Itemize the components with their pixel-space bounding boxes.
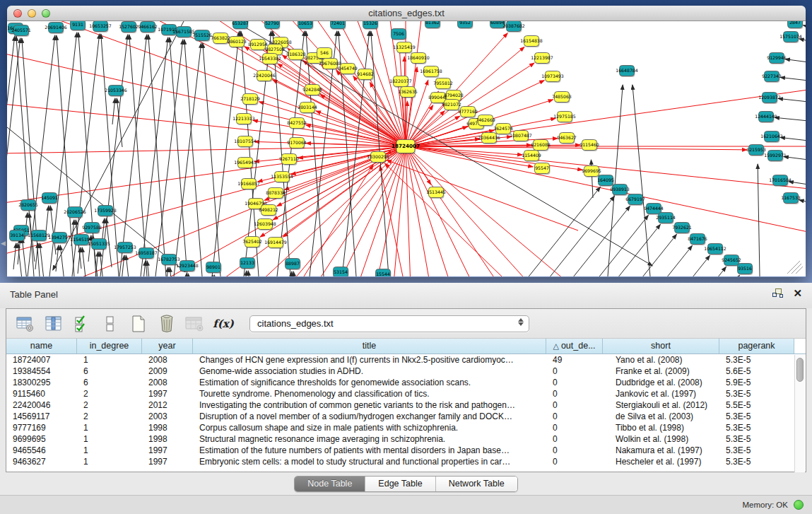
scrollbar-thumb[interactable] (796, 358, 804, 382)
graph-node[interactable]: 18220377 (389, 76, 412, 88)
graph-node[interactable]: 9699695 (582, 166, 601, 178)
graph-node[interactable]: 22420046 (253, 71, 276, 83)
graph-node[interactable]: 145091 (41, 193, 58, 205)
graph-node[interactable]: 6216088 (531, 140, 551, 152)
graph-node[interactable]: 9777169 (458, 107, 478, 119)
graph-node[interactable]: 9170064 (287, 138, 307, 150)
graph-node[interactable]: 19166857 (237, 179, 260, 191)
table-select-dropdown[interactable]: citations_edges.txt (249, 315, 529, 332)
graph-node[interactable]: 16958187 (135, 248, 158, 260)
float-panel-icon[interactable] (772, 288, 783, 298)
graph-node[interactable]: 9297588 (82, 223, 102, 235)
column-header-title[interactable]: title (193, 339, 546, 354)
graph-node[interactable]: 8215953 (746, 145, 766, 157)
table-row[interactable]: 1456911722003Disruption of a novel membe… (6, 411, 806, 422)
graph-node[interactable]: 7462669 (476, 115, 495, 127)
table-row[interactable]: 1830029562008Estimation of significance … (6, 377, 806, 388)
graph-node[interactable]: 9860123 (227, 37, 247, 49)
graph-node[interactable]: 9131 (71, 21, 86, 31)
table-row[interactable]: 1872400712008Changes of HCN gene express… (6, 354, 806, 366)
graph-node[interactable]: 17359928 (94, 206, 117, 218)
graph-node[interactable]: 12213313 (233, 114, 255, 126)
graph-node[interactable]: 95547 (535, 163, 551, 175)
graph-node[interactable]: 9115460 (579, 140, 599, 152)
table-row[interactable]: 969969511998Structural magnetic resonanc… (6, 433, 806, 445)
graph-node[interactable]: 7625402 (242, 237, 262, 249)
graph-node[interactable]: 1527602 (119, 22, 139, 34)
graph-node[interactable]: 12444149 (755, 112, 777, 124)
graph-node[interactable]: 9267110 (279, 154, 299, 166)
graph-node[interactable]: 10973493 (541, 71, 564, 83)
graph-node[interactable]: 164095 (597, 175, 614, 187)
graph-node[interactable]: 20691406 (45, 23, 67, 35)
graph-node[interactable]: 12213987 (531, 53, 553, 65)
collapse-panel-arrow-icon[interactable]: ◀ (1, 240, 6, 247)
graph-node[interactable]: 9352 (458, 21, 473, 29)
graph-node[interactable]: 16914479 (264, 238, 287, 250)
graph-node[interactable]: 6679197 (625, 194, 645, 206)
graph-node[interactable]: 8186328 (286, 49, 306, 62)
column-header-year[interactable]: year (142, 339, 193, 354)
graph-node[interactable]: 2935114 (656, 213, 676, 225)
graph-node[interactable]: 7485063 (552, 92, 572, 104)
graph-node[interactable]: 8454749 (338, 64, 358, 76)
table-row[interactable]: 946554611997Estimation of the future num… (6, 445, 806, 456)
graph-node[interactable]: 17957253 (114, 243, 136, 255)
close-panel-icon[interactable]: ✕ (793, 288, 802, 298)
graph-node[interactable]: 8498212 (259, 205, 278, 217)
graph-node[interactable]: 15326 (363, 21, 379, 30)
graph-node[interactable]: 18640910 (407, 53, 430, 65)
graph-node[interactable]: 1513445 (426, 187, 446, 199)
graph-node[interactable]: 9227343 (762, 71, 782, 83)
graph-node[interactable]: 98901 (206, 262, 222, 274)
network-view-window[interactable]: citations_edges.txt 16653224055712069140… (7, 6, 806, 277)
memory-status-indicator[interactable] (794, 500, 804, 510)
graph-node[interactable]: 1167533 (781, 193, 801, 205)
table-row[interactable]: 911546021997Tourette syndrome. Phenomeno… (6, 388, 806, 399)
graph-node[interactable]: 2847 (788, 21, 804, 29)
graph-node[interactable]: 10653 (298, 21, 314, 30)
graph-node[interactable]: 9463627 (557, 133, 577, 145)
graph-node[interactable]: 2718129 (240, 94, 260, 106)
graph-node[interactable]: 88987 (286, 259, 301, 271)
column-header-out_de[interactable]: △out_de... (546, 339, 603, 354)
unselect-all-button[interactable] (98, 313, 122, 335)
tab-edge-table[interactable]: Edge Table (365, 477, 435, 491)
table-row[interactable]: 1938455462009Genome-wide association stu… (6, 366, 806, 377)
graph-node[interactable]: 21053346 (105, 86, 127, 98)
tab-network-table[interactable]: Network Table (436, 477, 517, 491)
graph-node[interactable]: 20387682 (502, 21, 525, 33)
select-all-button[interactable] (70, 313, 94, 335)
graph-node[interactable]: 7506 (392, 29, 407, 41)
graph-node[interactable]: 11325419 (393, 42, 416, 54)
graph-node[interactable]: 10653257 (89, 21, 112, 33)
function-builder-button[interactable]: f(x) (211, 313, 235, 335)
graph-node[interactable]: 9129946 (767, 53, 787, 65)
graph-node[interactable]: 18107554 (234, 136, 257, 148)
column-header-name[interactable]: name (6, 339, 77, 354)
graph-node[interactable]: 7955812 (433, 78, 453, 90)
vertical-scrollbar[interactable] (794, 355, 805, 472)
graph-node[interactable]: 12975185 (553, 112, 576, 124)
network-canvas[interactable]: 1665322405571206914069131106532571527602… (7, 21, 806, 276)
graph-node[interactable]: 13942757 (48, 233, 71, 245)
graph-node[interactable]: 7932621 (672, 223, 692, 235)
graph-node[interactable]: 2803144 (298, 103, 317, 115)
graph-node[interactable]: 16154838 (520, 36, 543, 48)
graph-node[interactable]: 16961758 (420, 66, 442, 78)
graph-node[interactable]: 72401 (331, 21, 346, 30)
graph-node[interactable]: 15544 (376, 269, 392, 277)
graph-node[interactable]: 9466162 (138, 22, 158, 34)
table-row[interactable]: 2242004622012Investigating the contribut… (6, 399, 806, 411)
graph-node[interactable]: 52790 (265, 21, 281, 30)
graph-node[interactable]: 10654112 (704, 244, 726, 256)
column-header-in_degree[interactable]: in_degree (77, 339, 142, 354)
delete-table-button[interactable] (183, 313, 207, 335)
show-columns-button[interactable] (42, 313, 66, 335)
tab-node-table[interactable]: Node Table (295, 477, 365, 491)
graph-node[interactable]: 8427552 (287, 118, 307, 130)
graph-node[interactable]: 914682 (357, 69, 374, 81)
create-column-button[interactable] (126, 313, 151, 335)
graph-node[interactable]: 8878334 (266, 188, 286, 200)
graph-node[interactable]: 1154409 (522, 151, 541, 163)
